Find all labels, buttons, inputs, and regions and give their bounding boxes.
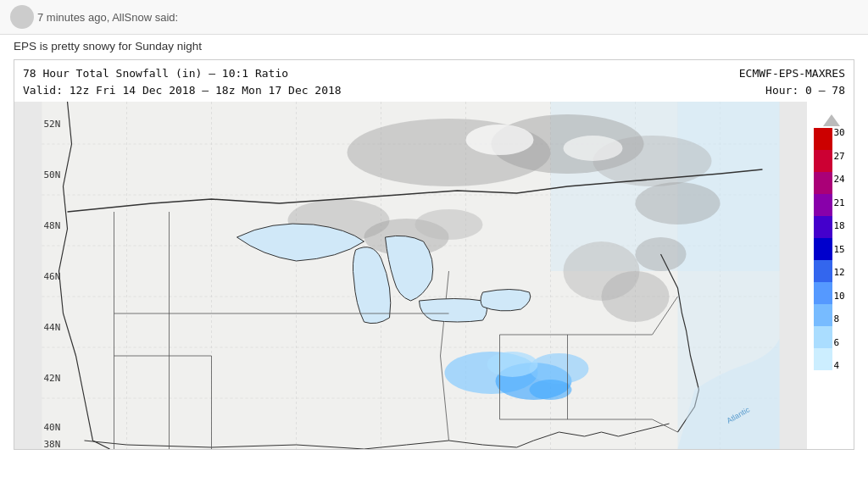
- svg-point-41: [487, 352, 538, 377]
- weather-map-container: 52N 50N 48N 46N 44N 42N 40N 38N: [14, 102, 854, 449]
- legend-swatch-4: [814, 348, 832, 370]
- map-area: 52N 50N 48N 46N 44N 42N 40N 38N: [14, 102, 807, 449]
- svg-text:40N: 40N: [44, 422, 61, 433]
- svg-point-34: [415, 209, 483, 240]
- weather-card: 78 Hour Total Snowfall (in) – 10:1 Ratio…: [14, 59, 854, 450]
- svg-text:42N: 42N: [44, 373, 61, 384]
- legend-color-column: [814, 128, 832, 370]
- legend-label-6: 6: [834, 338, 845, 347]
- legend-label-12: 12: [834, 268, 845, 277]
- legend-swatch-10: [814, 282, 832, 304]
- legend-label-24: 24: [834, 175, 845, 184]
- svg-text:44N: 44N: [44, 322, 61, 333]
- map-svg: 52N 50N 48N 46N 44N 42N 40N 38N: [14, 102, 807, 449]
- legend-swatch-27: [814, 150, 832, 172]
- weather-title-line2: Valid: 12z Fri 14 Dec 2018 – 18z Mon 17 …: [23, 82, 845, 99]
- weather-title-line1: 78 Hour Total Snowfall (in) – 10:1 Ratio: [23, 65, 845, 82]
- legend-triangle: [823, 114, 840, 126]
- svg-point-40: [530, 353, 589, 384]
- legend-label-15: 15: [834, 245, 845, 254]
- legend-label-8: 8: [834, 314, 845, 324]
- weather-hours: Hour: 0 – 78: [739, 82, 845, 99]
- legend-swatch-12: [814, 260, 832, 282]
- post-meta: 7 minutes ago, AllSnow said:: [37, 11, 178, 24]
- legend-swatch-15: [814, 238, 832, 260]
- svg-text:48N: 48N: [44, 220, 61, 231]
- legend-label-10: 10: [834, 291, 845, 301]
- weather-header: 78 Hour Total Snowfall (in) – 10:1 Ratio…: [14, 60, 854, 102]
- post-body: EPS is pretty snowy for Sunday night: [0, 35, 868, 59]
- legend-labels: 30 27 24 21 18 15 12 10 8 6 4: [832, 128, 845, 370]
- svg-text:50N: 50N: [44, 169, 61, 180]
- legend-label-18: 18: [834, 221, 845, 230]
- legend-swatch-6: [814, 326, 832, 348]
- post-timestamp: 7 minutes ago, AllSnow said:: [37, 11, 178, 24]
- post-header: 7 minutes ago, AllSnow said:: [0, 0, 868, 35]
- legend-swatch-8: [814, 304, 832, 326]
- legend-swatch-21: [814, 194, 832, 216]
- svg-point-42: [530, 380, 572, 400]
- svg-text:38N: 38N: [44, 439, 61, 449]
- legend-label-27: 27: [834, 152, 845, 161]
- post-text: EPS is pretty snowy for Sunday night: [14, 40, 202, 53]
- svg-point-31: [564, 136, 623, 161]
- avatar: [10, 5, 34, 29]
- legend-label-21: 21: [834, 198, 845, 208]
- legend-swatch-18: [814, 216, 832, 238]
- svg-point-30: [466, 125, 534, 155]
- legend-label-4: 4: [834, 361, 845, 370]
- weather-model-name: ECMWF-EPS-MAXRES: [739, 65, 845, 82]
- page-container: 7 minutes ago, AllSnow said: EPS is pret…: [0, 0, 868, 488]
- svg-point-29: [636, 182, 721, 225]
- legend-swatch-30: [814, 128, 832, 150]
- legend-label-30: 30: [834, 128, 845, 137]
- svg-text:46N: 46N: [44, 271, 61, 282]
- weather-model-info: ECMWF-EPS-MAXRES Hour: 0 – 78: [739, 65, 845, 98]
- svg-text:52N: 52N: [44, 119, 61, 130]
- legend-swatch-24: [814, 172, 832, 194]
- svg-point-36: [602, 271, 670, 322]
- legend-area: 30 27 24 21 18 15 12 10 8 6 4: [807, 102, 854, 449]
